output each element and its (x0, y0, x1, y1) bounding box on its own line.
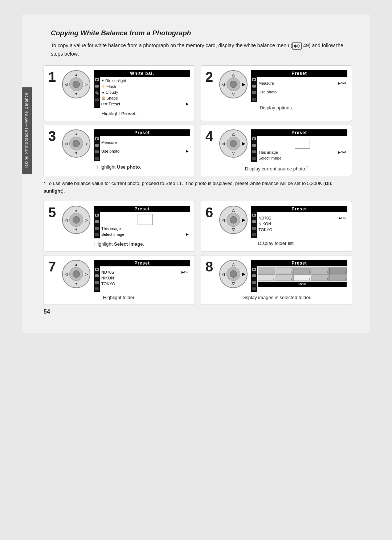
dial-arrow-right-3: ▷ (85, 141, 88, 145)
dial-inner-2 (226, 77, 240, 91)
lcd-content-8: 1 2 3 4 5 1 2 3 4 5 ⊡OK (257, 266, 347, 292)
dial-arrow-top-4: △ (232, 132, 235, 136)
lcd-row-1-1: ☀ Dir. sunlight (101, 78, 189, 84)
lcd-icon-pencil-5 (95, 227, 99, 230)
lcd-screen-5: Preset ▶ This image (94, 206, 190, 238)
lcd-icon-cam-1 (95, 85, 99, 88)
lcd-icon-cam-7 (95, 274, 99, 277)
lcd-left-col-3: ▶ (94, 136, 100, 161)
lcd-pre-label: PRE (101, 102, 108, 106)
lcd-content-1: ☀ Dir. sunlight ⚡ Flash ☁ Cloudy (100, 77, 190, 108)
lcd-title-5: Preset (94, 206, 190, 212)
dial-center-3 (73, 140, 80, 147)
lcd-icon-play-6: ▶ (252, 214, 256, 217)
lcd-row-3-1: Measure (101, 140, 189, 145)
lcd-screen-6: Preset ▶ ND70S ▶OK (251, 206, 347, 238)
dial-center-8 (230, 270, 237, 278)
lcd-left-col-7: ▶ (94, 266, 100, 292)
steps-grid-4: 7 ▲ ▼ ◁ ▷ Preset (44, 255, 352, 305)
lcd-full-2: ▶ Measure ▶Set Use ph (251, 77, 347, 102)
lcd-icon-shade: 🏠 (101, 96, 105, 100)
lcd-title-2: Preset (251, 70, 347, 77)
lcd-full-3: ▶ Measure Use photo ▶ (94, 136, 190, 161)
lcd-icon-wrench-6 (252, 233, 256, 236)
dial-6: △ ▽ ◁ ▶ (219, 206, 248, 235)
lcd-screen-2: Preset ▶ Measure ▶Set (251, 70, 347, 102)
dial-8: △ ▽ ◁ ▶ (219, 260, 248, 289)
lcd-img-8-8: 3 (293, 274, 311, 281)
dial-center-6 (230, 216, 237, 223)
dial-arrow-right-7: ▷ (85, 272, 88, 276)
lcd-icon-wrench-7 (95, 287, 99, 290)
dial-inner-3 (69, 137, 83, 150)
step-box-6: 6 △ ▽ ◁ ▶ Preset (201, 201, 352, 251)
step-number-8: 8 (205, 260, 216, 274)
lcd-img-8-3: 3 (293, 267, 311, 274)
step-content-5: 5 ▲ ▼ ◁ ▷ Preset (48, 206, 190, 238)
lcd-full-4: ▶ This image ▶Set Sel (251, 136, 347, 162)
lcd-left-col-1: ▶ (94, 77, 100, 108)
dial-arrow-top-3: ▲ (74, 132, 78, 136)
dial-arrow-top-8: △ (232, 262, 235, 266)
dial-arrow-right-1: ▷ (85, 82, 88, 86)
lcd-row-4-1: This image ▶Set (258, 149, 346, 155)
dial-arrow-left-4: ◁ (222, 141, 225, 145)
step-box-8: 8 △ ▽ ◁ ▶ Preset (201, 255, 352, 305)
lcd-row-1-4: 🏠 Shade (101, 95, 189, 101)
section-title: Copying White Balance from a Photograph (51, 29, 352, 37)
lcd-row-5-2: Select image ▶ (101, 231, 189, 237)
lcd-title-8: Preset (251, 260, 347, 266)
lcd-row-5-1: This image (101, 226, 189, 231)
dial-arrow-right-8: ▶ (242, 271, 245, 276)
lcd-row-3-2: Use photo ▶ (101, 148, 189, 154)
lcd-title-7: Preset (94, 260, 190, 266)
page-container: Taking Photographs—White Balance Copying… (22, 15, 370, 333)
lcd-title-6: Preset (251, 206, 347, 212)
lcd-img-8-1: 1 (258, 267, 275, 274)
steps-grid-2: 3 ▲ ▼ ◁ ▷ Preset (44, 125, 352, 176)
lcd-screen-8: Preset ▶ 1 2 (251, 260, 347, 292)
lcd-row-1-3: ☁ Cloudy (101, 89, 189, 95)
dial-arrow-left-3: ◁ (65, 141, 68, 145)
dial-4: △ ▽ ◁ ▶ (219, 129, 248, 158)
step-box-3: 3 ▲ ▼ ◁ ▷ Preset (44, 125, 195, 176)
lcd-image-grid-8: 1 2 3 4 5 1 2 3 4 5 (258, 267, 347, 281)
lcd-img-8-5: 5 (329, 267, 347, 274)
lcd-left-col-8: ▶ (251, 266, 257, 292)
dial-7: ▲ ▼ ◁ ▷ (62, 260, 91, 289)
lcd-icon-pencil-6 (252, 227, 256, 230)
lcd-screen-4: Preset ▶ This image ▶Set (251, 129, 347, 162)
dial-inner-6 (226, 213, 240, 227)
side-tab: Taking Photographs—White Balance (22, 87, 32, 174)
lcd-content-2: Measure ▶Set Use photo (257, 77, 347, 102)
lcd-row-1-2: ⚡ Flash (101, 84, 189, 89)
intro-text: To copy a value for white balance from a… (51, 41, 352, 58)
dial-center-7 (73, 270, 80, 278)
lcd-content-3: Measure Use photo ▶ (100, 136, 190, 161)
dial-arrow-top-5: ▲ (74, 208, 78, 212)
lcd-full-5: ▶ This image Select image (94, 212, 190, 238)
step-caption-4: Display current source photo.* (205, 165, 347, 172)
lcd-full-6: ▶ ND70S ▶OK NIKON (251, 212, 347, 238)
dial-center-1 (73, 81, 80, 88)
lcd-row-6-1: ND70S ▶OK (258, 215, 346, 221)
dial-arrow-bottom-7: ▼ (74, 282, 78, 286)
dial-arrow-left-6: ◁ (222, 218, 225, 222)
step-caption-2: Display options. (205, 105, 347, 110)
lcd-icon-sun: ☀ (101, 79, 104, 82)
step-box-1: 1 ▲ ▼ ◁ ▷ White bal. (44, 65, 195, 121)
dial-arrow-top-6: △ (232, 208, 235, 212)
dial-arrow-right-6: ▶ (242, 217, 245, 222)
lcd-img-8-4: 4 (311, 267, 329, 274)
step-caption-5: Highlight Select image. (48, 241, 190, 247)
lcd-row-7-3: TOKYO (101, 281, 189, 287)
lcd-icon-play-5: ▶ (95, 214, 99, 217)
lcd-icon-wrench-2 (252, 98, 256, 101)
lcd-icon-cam-2 (252, 85, 256, 88)
dial-2: △ ▽ ◁ ▶ (219, 70, 248, 99)
lcd-img-8-6: 1 (258, 274, 275, 281)
lcd-icon-cam-3 (95, 144, 99, 147)
step-box-4: 4 △ ▽ ◁ ▶ Preset (201, 125, 352, 176)
step-caption-1: Highlight Preset. (48, 111, 190, 116)
lcd-row-1-5: PRE Preset ▶ (101, 101, 189, 107)
